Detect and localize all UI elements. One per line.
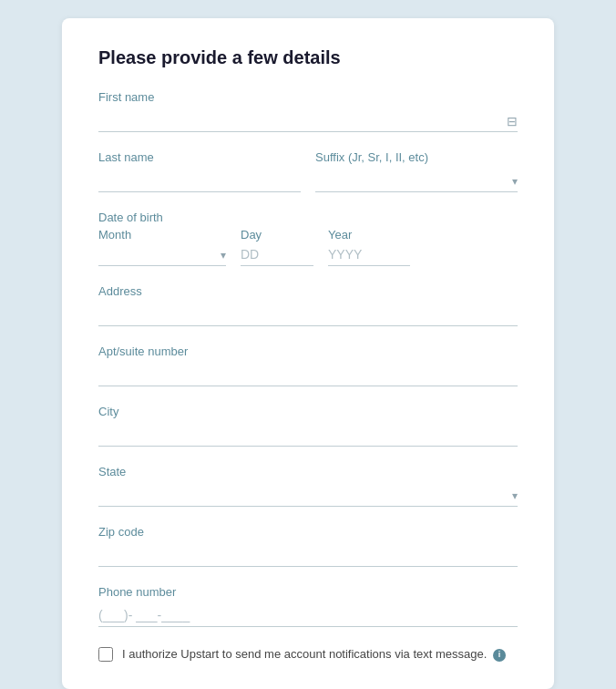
dob-year-input[interactable] xyxy=(328,243,410,266)
sms-consent-row: I authorize Upstart to send me account n… xyxy=(98,645,518,663)
calendar-icon: ⊟ xyxy=(507,114,518,129)
city-input[interactable] xyxy=(98,424,518,447)
first-name-label: First name xyxy=(98,90,518,104)
zip-label: Zip code xyxy=(98,525,518,539)
suffix-select[interactable]: Jr Sr I II III xyxy=(315,170,518,192)
address-field: Address xyxy=(98,284,518,326)
dob-month-select[interactable]: January February March April May June Ju… xyxy=(98,243,226,266)
state-field: State Alabama Alaska Arizona California … xyxy=(98,465,518,507)
dob-section: Date of birth Month January February Mar… xyxy=(98,211,518,266)
dob-year-field: Year xyxy=(328,228,410,266)
suffix-label: Suffix (Jr, Sr, I, II, etc) xyxy=(315,150,518,164)
dob-month-label: Month xyxy=(98,228,226,242)
apt-field: Apt/suite number xyxy=(98,344,518,386)
address-input[interactable] xyxy=(98,303,518,326)
page-title: Please provide a few details xyxy=(98,47,518,68)
apt-input[interactable] xyxy=(98,364,518,386)
suffix-field: Suffix (Jr, Sr, I, II, etc) Jr Sr I II I… xyxy=(315,150,518,192)
sms-consent-label: I authorize Upstart to send me account n… xyxy=(122,645,506,663)
address-label: Address xyxy=(98,284,518,298)
phone-field: Phone number xyxy=(98,585,518,627)
city-label: City xyxy=(98,405,518,418)
first-name-input[interactable] xyxy=(98,109,518,132)
sms-consent-checkbox[interactable] xyxy=(98,647,113,662)
apt-label: Apt/suite number xyxy=(98,344,518,358)
first-name-field: First name ⊟ xyxy=(98,90,518,132)
dob-row: Month January February March April May J… xyxy=(98,228,518,266)
dob-year-label: Year xyxy=(328,228,410,242)
state-select[interactable]: Alabama Alaska Arizona California Colora… xyxy=(98,484,518,507)
phone-label: Phone number xyxy=(98,585,518,599)
city-field: City xyxy=(98,405,518,447)
last-name-suffix-row: Last name Suffix (Jr, Sr, I, II, etc) Jr… xyxy=(98,150,518,192)
form-card: Please provide a few details First name … xyxy=(62,18,554,689)
zip-input[interactable] xyxy=(98,544,518,567)
dob-label: Date of birth xyxy=(98,211,518,224)
phone-input[interactable] xyxy=(98,604,518,627)
state-label: State xyxy=(98,465,518,478)
dob-month-field: Month January February March April May J… xyxy=(98,228,226,266)
zip-field: Zip code xyxy=(98,525,518,567)
last-name-field: Last name xyxy=(98,150,301,192)
info-icon[interactable]: i xyxy=(493,649,506,662)
last-name-input[interactable] xyxy=(98,170,301,192)
dob-day-field: Day xyxy=(241,228,313,266)
dob-day-label: Day xyxy=(241,228,313,242)
dob-day-input[interactable] xyxy=(241,243,313,266)
last-name-label: Last name xyxy=(98,150,301,164)
